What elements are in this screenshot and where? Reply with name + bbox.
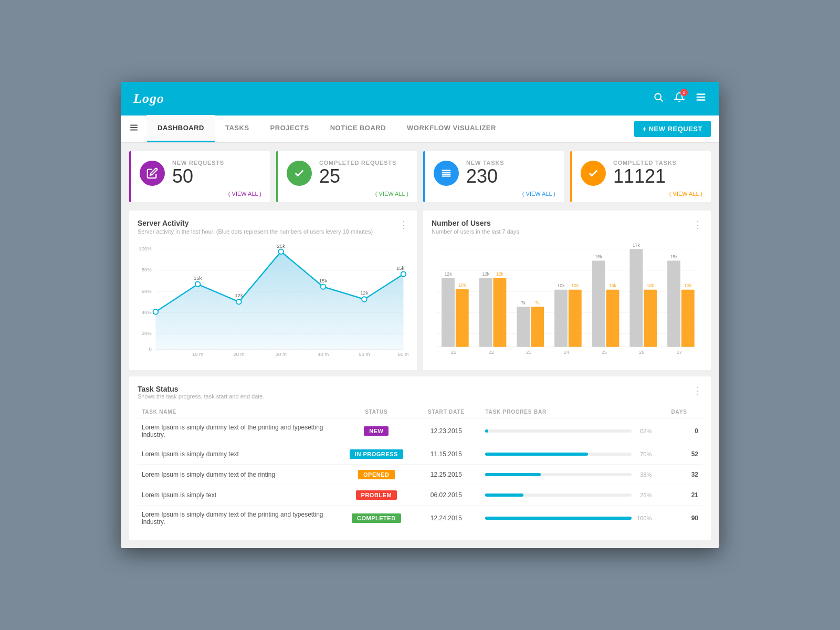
completed-tasks-label: COMPLETED TASKS <box>613 160 702 166</box>
svg-text:7k: 7k <box>535 300 540 306</box>
task-days: 0 <box>656 418 702 444</box>
task-date: 12.23.2015 <box>411 418 481 444</box>
svg-rect-55 <box>479 278 492 347</box>
col-header-days: DAYS <box>656 406 702 418</box>
menu-icon[interactable] <box>695 91 707 106</box>
progress-bar-background <box>485 453 632 456</box>
task-status-table: TASK NAME STATUS START DATE TASK PROGRES… <box>138 406 702 531</box>
col-header-task: TASK NAME <box>138 406 341 418</box>
notification-icon[interactable]: 2 <box>674 92 685 105</box>
tab-tasks[interactable]: TASKS <box>215 115 260 142</box>
task-status-menu[interactable]: ⋮ <box>693 385 702 400</box>
progress-bar-fill <box>485 517 632 520</box>
completed-requests-value: 25 <box>319 166 408 187</box>
users-chart-menu[interactable]: ⋮ <box>693 219 702 230</box>
new-tasks-icon <box>434 161 459 186</box>
svg-text:22: 22 <box>451 349 457 355</box>
svg-point-34 <box>362 297 367 302</box>
svg-text:30 m: 30 m <box>276 351 287 357</box>
svg-text:15k: 15k <box>194 275 202 281</box>
svg-text:60 m: 60 m <box>398 351 408 357</box>
tab-dashboard[interactable]: DASHBOARD <box>147 115 215 142</box>
new-requests-value: 50 <box>172 166 261 187</box>
task-status-subtitle: Shows the task progress, task start and … <box>138 393 265 400</box>
task-progress-cell: 70% <box>481 444 656 465</box>
progress-label: 70% <box>636 451 652 457</box>
svg-text:7k: 7k <box>521 300 526 306</box>
svg-rect-77 <box>644 290 657 347</box>
svg-text:10k: 10k <box>558 283 565 288</box>
progress-bar-fill <box>485 453 587 456</box>
new-requests-link[interactable]: ( VIEW ALL ) <box>140 191 261 197</box>
svg-text:20 m: 20 m <box>233 351 244 357</box>
progress-bar-background <box>485 494 632 497</box>
search-icon[interactable] <box>653 92 664 105</box>
task-progress-cell: 100% <box>481 506 656 531</box>
svg-rect-82 <box>681 290 695 347</box>
svg-text:0: 0 <box>149 346 151 352</box>
notification-badge: 2 <box>680 89 688 96</box>
svg-text:15k: 15k <box>319 278 328 284</box>
task-status-badge-cell: NEW <box>341 418 411 444</box>
svg-rect-65 <box>554 290 568 347</box>
new-requests-icon <box>140 161 165 186</box>
completed-tasks-link[interactable]: ( VIEW ALL ) <box>581 191 702 197</box>
task-progress-cell: 02% <box>481 418 656 444</box>
svg-text:60%: 60% <box>142 288 152 294</box>
new-tasks-link[interactable]: ( VIEW ALL ) <box>434 191 555 197</box>
col-header-date: START DATE <box>411 406 481 418</box>
svg-text:10k: 10k <box>458 282 466 288</box>
tab-workflow-visualizer[interactable]: WORKFLOW VISUALIZER <box>396 115 507 142</box>
task-progress-cell: 38% <box>481 465 656 485</box>
svg-rect-57 <box>494 278 507 347</box>
svg-rect-60 <box>517 307 530 347</box>
task-name: Lorem Ipsum is simply dummy text <box>138 444 341 465</box>
task-days: 52 <box>656 444 702 465</box>
svg-text:15k: 15k <box>670 254 678 259</box>
svg-text:100%: 100% <box>139 246 152 252</box>
sidebar-toggle[interactable] <box>129 123 139 135</box>
svg-text:12k: 12k <box>360 290 369 296</box>
task-date: 11.15.2015 <box>411 444 481 465</box>
status-badge: NEW <box>364 426 388 436</box>
server-activity-chart: Server Activity Server activity in the l… <box>129 211 417 370</box>
svg-point-32 <box>321 285 326 290</box>
completed-requests-icon <box>287 161 312 186</box>
task-status-badge-cell: OPENED <box>341 465 411 485</box>
progress-label: 02% <box>636 428 652 434</box>
server-activity-svg-area: 100% 80% 60% 40% 20% 0 <box>138 239 408 362</box>
tab-notice-board[interactable]: NOTICE BOARD <box>320 115 396 142</box>
svg-text:25k: 25k <box>277 243 286 249</box>
task-days: 32 <box>656 465 702 485</box>
svg-text:10k: 10k <box>647 283 655 288</box>
progress-bar-fill <box>485 473 541 476</box>
progress-label: 26% <box>636 492 652 498</box>
svg-text:10k: 10k <box>609 283 617 288</box>
progress-bar-fill <box>485 494 523 497</box>
svg-rect-50 <box>442 278 455 347</box>
completed-tasks-value: 11121 <box>613 166 702 187</box>
svg-text:12k: 12k <box>235 292 243 298</box>
header-icons: 2 <box>653 91 707 106</box>
svg-text:80%: 80% <box>142 267 152 273</box>
progress-bar-background <box>485 517 632 520</box>
col-header-status: STATUS <box>341 406 411 418</box>
task-status-badge-cell: COMPLETED <box>341 506 411 531</box>
task-status-badge-cell: PROBLEM <box>341 485 411 506</box>
server-activity-menu[interactable]: ⋮ <box>399 219 408 230</box>
server-activity-subtitle: Server activity in the last hour. (Blue … <box>138 228 373 235</box>
task-status-panel: Task Status Shows the task progress, tas… <box>129 376 711 540</box>
new-tasks-value: 230 <box>466 166 555 187</box>
new-request-button[interactable]: + NEW REQUEST <box>634 121 711 137</box>
task-name: Lorem Ipsum is simply dummy text of the … <box>138 418 341 444</box>
progress-bar-background <box>485 473 632 476</box>
status-badge: COMPLETED <box>352 513 401 523</box>
progress-bar-background <box>485 429 632 433</box>
svg-line-1 <box>660 99 663 102</box>
svg-rect-80 <box>667 261 680 347</box>
progress-bar-fill <box>485 429 488 433</box>
svg-text:23: 23 <box>526 349 532 355</box>
completed-requests-link[interactable]: ( VIEW ALL ) <box>287 191 408 197</box>
tab-projects[interactable]: PROJECTS <box>260 115 320 142</box>
col-header-progress: TASK PROGRES BAR <box>481 406 656 418</box>
